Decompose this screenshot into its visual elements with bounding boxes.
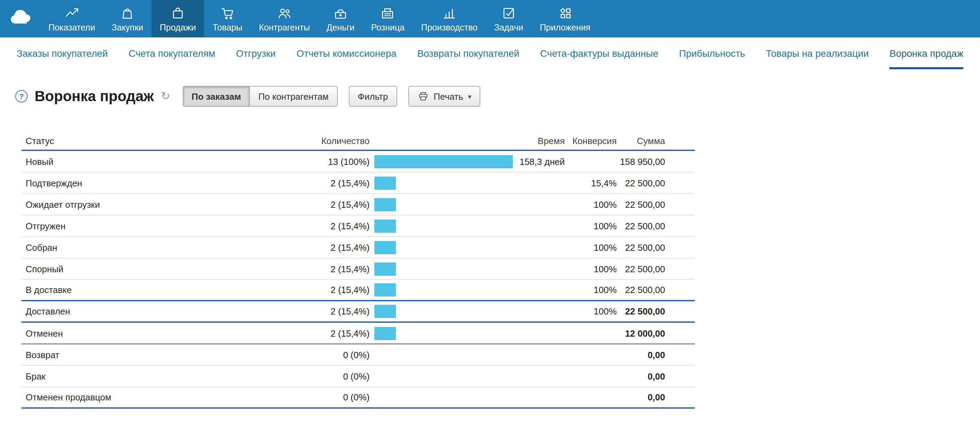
subnav-item-commissioner-reports[interactable]: Отчеты комиссионера: [297, 37, 396, 69]
printer-icon: [417, 91, 429, 102]
sum-cell: 158 950,00: [617, 156, 665, 167]
subnav-item-issued-invoices[interactable]: Счета-фактуры выданные: [540, 37, 659, 69]
topnav-item-label: Показатели: [48, 23, 95, 33]
conversion-cell: 100%: [565, 242, 617, 252]
sum-cell: 22 500,00: [617, 306, 665, 317]
status-cell: Собран: [21, 242, 253, 252]
quantity-cell: 2 (15,4%): [253, 285, 371, 295]
conversion-cell: 100%: [565, 285, 617, 295]
quantity-cell: 2 (15,4%): [253, 242, 371, 252]
topnav-item-indicators[interactable]: Показатели: [40, 0, 103, 37]
topnav-item-apps[interactable]: Приложения: [531, 0, 599, 37]
status-cell: Новый: [21, 156, 253, 167]
quantity-cell: 2 (15,4%): [253, 199, 371, 209]
topnav-item-sales[interactable]: Продажи: [151, 0, 204, 37]
status-cell: В доставке: [21, 285, 253, 295]
status-cell: Отменен продавцом: [21, 392, 253, 402]
topnav-item-money[interactable]: Деньги: [318, 0, 363, 37]
subnav-item-shipments[interactable]: Отгрузки: [236, 37, 276, 69]
table-row[interactable]: Новый 13 (100%) 158,3 дней 158 950,00: [21, 151, 695, 172]
bar-cell: [371, 241, 513, 254]
bar-cell: [371, 283, 513, 297]
report-toolbar: ? Воронка продаж ↻ По заказам По контраг…: [0, 85, 980, 108]
status-cell: Отменен: [21, 328, 253, 338]
topnav-item-label: Закупки: [112, 23, 143, 33]
time-cell: 158,3 дней: [513, 156, 565, 167]
conversion-cell: 15,4%: [565, 178, 617, 188]
tasks-icon: [501, 5, 516, 21]
app-logo[interactable]: [0, 0, 40, 37]
filter-button[interactable]: Фильтр: [349, 86, 397, 107]
table-row[interactable]: Подтвержден 2 (15,4%) 15,4% 22 500,00: [21, 172, 695, 194]
sum-cell: 22 500,00: [617, 242, 665, 252]
by-orders-toggle-button[interactable]: По заказам: [182, 86, 250, 107]
conversion-cell: 100%: [565, 199, 617, 209]
retail-icon: [380, 5, 396, 21]
funnel-bar: [374, 305, 396, 318]
table-row[interactable]: Отменен 2 (15,4%) 12 000,00: [21, 323, 695, 344]
table-row[interactable]: Отменен продавцом 0 (0%) 0,00: [21, 387, 695, 409]
bar-cell: [371, 176, 513, 190]
sum-cell: 22 500,00: [617, 285, 665, 295]
bar-cell: [371, 305, 513, 318]
status-cell: Ожидает отгрузки: [21, 199, 253, 209]
subnav-item-customer-orders[interactable]: Заказы покупателей: [17, 37, 108, 69]
sales-funnel-table: Статус Количество Время Конверсия Сумма …: [21, 132, 695, 409]
help-icon[interactable]: ?: [15, 90, 28, 102]
table-row[interactable]: Спорный 2 (15,4%) 100% 22 500,00: [21, 258, 695, 280]
subnav-item-sales-funnel[interactable]: Воронка продаж: [889, 37, 963, 69]
chevron-down-icon: ▾: [468, 93, 471, 100]
topnav-item-counterparties[interactable]: Контрагенты: [251, 0, 318, 37]
quantity-cell: 2 (15,4%): [253, 328, 371, 338]
topnav-item-purchases[interactable]: Закупки: [103, 0, 151, 37]
table-row[interactable]: Доставлен 2 (15,4%) 100% 22 500,00: [21, 301, 695, 323]
conversion-cell: 100%: [565, 263, 617, 274]
topnav-item-label: Контрагенты: [259, 23, 310, 33]
view-toggle-group: По заказам По контрагентам: [182, 86, 337, 107]
status-cell: Возврат: [21, 349, 253, 360]
quantity-cell: 2 (15,4%): [253, 306, 371, 317]
topnav-item-production[interactable]: Производство: [413, 0, 486, 37]
top-navigation-bar: Показатели Закупки Продажи Товары Контра: [0, 0, 980, 37]
table-row[interactable]: Ожидает отгрузки 2 (15,4%) 100% 22 500,0…: [21, 194, 695, 215]
quantity-cell: 2 (15,4%): [253, 178, 371, 188]
cloud-logo-icon: [8, 9, 32, 29]
column-header-status: Статус: [21, 136, 253, 146]
print-button-label: Печать: [434, 91, 463, 102]
bar-cell: [371, 262, 513, 275]
topnav-item-retail[interactable]: Розница: [363, 0, 413, 37]
status-cell: Подтвержден: [21, 178, 253, 188]
sum-cell: 12 000,00: [617, 328, 665, 338]
column-header-time: Время: [513, 136, 565, 146]
quantity-cell: 13 (100%): [253, 156, 371, 167]
topnav-item-tasks[interactable]: Задачи: [486, 0, 531, 37]
refresh-icon[interactable]: ↻: [161, 91, 170, 102]
subnav-item-customer-returns[interactable]: Возвраты покупателей: [417, 37, 519, 69]
subnav-item-customer-invoices[interactable]: Счета покупателям: [129, 37, 215, 69]
funnel-bar: [374, 283, 396, 297]
page-title: Воронка продаж: [35, 88, 154, 105]
sum-cell: 22 500,00: [617, 199, 665, 209]
purchases-icon: [120, 5, 135, 21]
print-button[interactable]: Печать ▾: [408, 86, 480, 107]
table-row[interactable]: Отгружен 2 (15,4%) 100% 22 500,00: [21, 215, 695, 237]
topnav-item-label: Розница: [371, 23, 404, 33]
sum-cell: 22 500,00: [617, 221, 665, 231]
status-cell: Спорный: [21, 263, 253, 274]
by-counterparties-toggle-button[interactable]: По контрагентам: [249, 86, 337, 107]
table-row[interactable]: Собран 2 (15,4%) 100% 22 500,00: [21, 237, 695, 258]
topnav-item-goods[interactable]: Товары: [204, 0, 251, 37]
funnel-bar: [374, 155, 513, 168]
table-row[interactable]: В доставке 2 (15,4%) 100% 22 500,00: [21, 280, 695, 301]
apps-icon: [557, 5, 573, 21]
table-header-row: Статус Количество Время Конверсия Сумма: [21, 132, 695, 151]
table-row[interactable]: Возврат 0 (0%) 0,00: [21, 344, 695, 366]
sales-icon: [170, 5, 186, 21]
quantity-cell: 0 (0%): [253, 349, 371, 360]
subnav-item-goods-on-consignment[interactable]: Товары на реализации: [766, 37, 869, 69]
subnav-item-profitability[interactable]: Прибыльность: [679, 37, 745, 69]
quantity-cell: 0 (0%): [253, 371, 371, 381]
table-row[interactable]: Брак 0 (0%) 0,00: [21, 366, 695, 387]
funnel-bar: [374, 198, 396, 211]
funnel-bar: [374, 262, 396, 275]
